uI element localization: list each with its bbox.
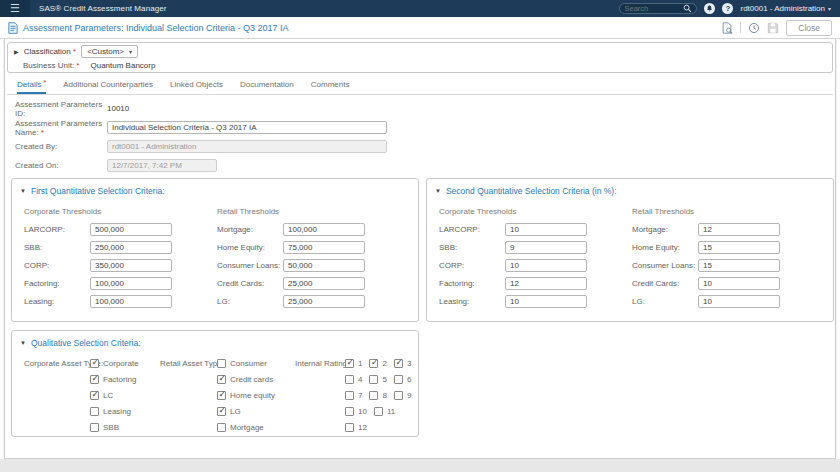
checkbox[interactable] [90, 423, 99, 432]
checkbox-option[interactable]: 11 [374, 403, 395, 419]
hamburger-menu-button[interactable]: ☰ [0, 0, 30, 17]
checkbox-option[interactable]: 12 [345, 419, 367, 435]
checkbox-label: 8 [382, 391, 386, 400]
checkbox[interactable] [345, 375, 354, 384]
checkbox-label: 9 [407, 391, 411, 400]
threshold-input[interactable] [90, 295, 172, 308]
checkbox-option[interactable]: Mortgage [217, 419, 275, 435]
collapse-arrow-icon[interactable]: ▼ [20, 340, 26, 346]
assessment-name-input[interactable] [107, 121, 387, 134]
checkbox-option[interactable]: SBB [90, 419, 139, 435]
checkbox[interactable] [345, 423, 354, 432]
help-button[interactable]: ? [722, 3, 733, 14]
checkbox[interactable] [217, 375, 226, 384]
checkbox-option[interactable]: Consumer [217, 355, 275, 371]
checkbox-option[interactable]: 4 [345, 371, 362, 387]
checkbox[interactable] [369, 375, 378, 384]
threshold-label: LARCORP: [439, 225, 505, 234]
checkbox[interactable] [217, 407, 226, 416]
checkbox[interactable] [394, 359, 403, 368]
tab-details[interactable]: Details* [17, 76, 46, 94]
checkbox[interactable] [90, 375, 99, 384]
checkbox-option[interactable]: Home equity [217, 387, 275, 403]
checkbox[interactable] [374, 407, 383, 416]
threshold-input[interactable] [283, 241, 365, 254]
threshold-input[interactable] [90, 241, 172, 254]
threshold-input[interactable] [698, 259, 780, 272]
checkbox[interactable] [345, 407, 354, 416]
checkbox-option[interactable]: Corporate [90, 355, 139, 371]
threshold-label: Credit Cards: [632, 279, 698, 288]
threshold-input[interactable] [90, 223, 172, 236]
close-button[interactable]: Close [786, 20, 832, 36]
classification-dropdown[interactable]: <Custom> ▾ [81, 45, 138, 58]
checkbox[interactable] [90, 359, 99, 368]
tab-documentation[interactable]: Documentation [240, 76, 294, 94]
history-button[interactable] [748, 22, 760, 34]
checkbox-option[interactable]: Leasing [90, 403, 139, 419]
checkbox-option[interactable]: 9 [394, 387, 411, 403]
threshold-input[interactable] [505, 259, 587, 272]
checkbox[interactable] [90, 391, 99, 400]
threshold-input[interactable] [90, 259, 172, 272]
save-button[interactable] [767, 22, 779, 34]
threshold-input[interactable] [698, 277, 780, 290]
checkbox[interactable] [394, 391, 403, 400]
assessment-id-value: 10010 [107, 104, 129, 113]
threshold-input[interactable] [698, 223, 780, 236]
checkbox[interactable] [369, 359, 378, 368]
threshold-input[interactable] [283, 259, 365, 272]
user-menu[interactable]: rdt0001 - Administration ▾ [740, 4, 831, 13]
qualitative-panel: ▼ Qualitative Selection Criteria: Corpor… [11, 330, 419, 437]
checkbox-option[interactable]: 7 [345, 387, 362, 403]
search-icon[interactable] [683, 4, 692, 13]
validate-button[interactable] [721, 22, 733, 34]
search-input[interactable] [624, 4, 683, 13]
checkbox-option[interactable]: 2 [369, 355, 386, 371]
classification-collapse-arrow-icon[interactable]: ▶ [14, 48, 19, 55]
threshold-input[interactable] [505, 223, 587, 236]
threshold-input[interactable] [505, 277, 587, 290]
checkbox-option[interactable]: 8 [369, 387, 386, 403]
checkbox[interactable] [369, 391, 378, 400]
threshold-row: LARCORP: [439, 223, 587, 236]
classification-row: ▶ Classification * <Custom> ▾ [8, 43, 832, 60]
checkbox-option[interactable]: 6 [394, 371, 411, 387]
tab-linked-objects[interactable]: Linked Objects [170, 76, 223, 94]
tab-comments[interactable]: Comments [311, 76, 350, 94]
checkbox-option[interactable]: Factoring [90, 371, 139, 387]
tab-additional-counterparties[interactable]: Additional Counterparties [63, 76, 153, 94]
threshold-input[interactable] [283, 295, 365, 308]
internal-rating-label: Internal Rating: [295, 359, 349, 368]
checkbox-option[interactable]: Credit cards [217, 371, 275, 387]
threshold-input[interactable] [283, 277, 365, 290]
threshold-label: Leasing: [24, 297, 90, 306]
threshold-input[interactable] [698, 241, 780, 254]
checkbox[interactable] [345, 359, 354, 368]
threshold-input[interactable] [698, 295, 780, 308]
collapse-arrow-icon[interactable]: ▼ [435, 188, 441, 194]
threshold-input[interactable] [505, 295, 587, 308]
notifications-button[interactable] [704, 3, 715, 14]
checkbox[interactable] [217, 423, 226, 432]
threshold-input[interactable] [283, 223, 365, 236]
checkbox[interactable] [217, 359, 226, 368]
checkbox-option[interactable]: 10 [345, 403, 367, 419]
checkbox[interactable] [394, 375, 403, 384]
checkbox-option[interactable]: 1 [345, 355, 362, 371]
required-marker: * [43, 79, 46, 86]
checkbox[interactable] [90, 407, 99, 416]
checkbox-option[interactable]: LC [90, 387, 139, 403]
checkbox-label: Credit cards [230, 375, 273, 384]
threshold-row: Leasing: [439, 295, 587, 308]
checkbox-option[interactable]: LG [217, 403, 275, 419]
checkbox[interactable] [345, 391, 354, 400]
threshold-input[interactable] [505, 241, 587, 254]
search-box[interactable] [619, 3, 697, 14]
second-quant-title: Second Quantitative Selection Criteria (… [446, 186, 617, 196]
checkbox-option[interactable]: 3 [394, 355, 411, 371]
checkbox[interactable] [217, 391, 226, 400]
collapse-arrow-icon[interactable]: ▼ [20, 188, 26, 194]
checkbox-option[interactable]: 5 [369, 371, 386, 387]
threshold-input[interactable] [90, 277, 172, 290]
